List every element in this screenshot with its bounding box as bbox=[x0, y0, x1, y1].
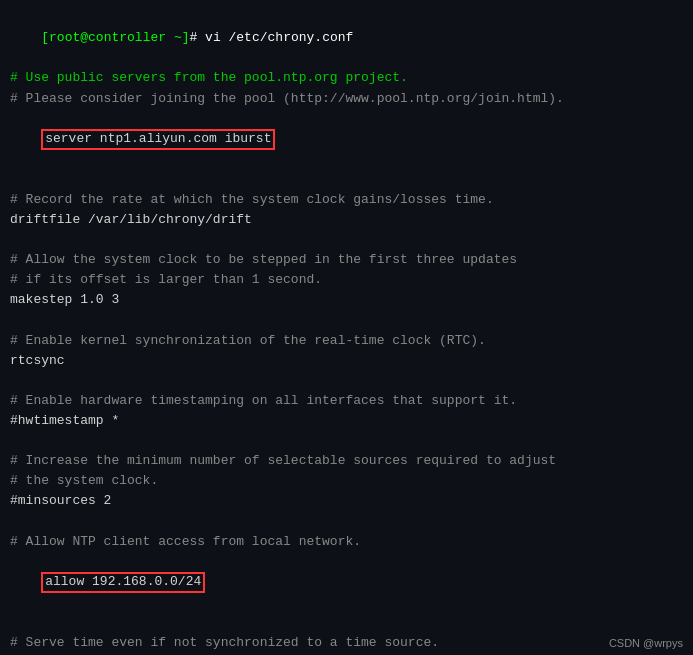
prompt-dollar: # vi /etc/chrony.conf bbox=[190, 30, 354, 45]
config-line-1: # Use public servers from the pool.ntp.o… bbox=[10, 68, 683, 88]
config-line-20: #minsources 2 bbox=[10, 491, 683, 511]
config-line-19: # the system clock. bbox=[10, 471, 683, 491]
blank-4 bbox=[10, 371, 683, 391]
blank-7 bbox=[10, 613, 683, 633]
prompt-bracket-close: ] bbox=[182, 30, 190, 45]
config-line-25: # Serve time even if not synchronized to… bbox=[10, 633, 683, 653]
config-line-3: server ntp1.aliyun.com iburst bbox=[10, 109, 683, 170]
blank-1 bbox=[10, 170, 683, 190]
prompt-at: @ bbox=[80, 30, 88, 45]
blank-6 bbox=[10, 512, 683, 532]
config-line-16: #hwtimestamp * bbox=[10, 411, 683, 431]
prompt-user: root bbox=[49, 30, 80, 45]
terminal-window: [root@controller ~]# vi /etc/chrony.conf… bbox=[0, 0, 693, 655]
allow-directive-highlight: allow 192.168.0.0/24 bbox=[41, 572, 205, 593]
prompt-line: [root@controller ~]# vi /etc/chrony.conf bbox=[10, 8, 683, 68]
config-line-13: rtcsync bbox=[10, 351, 683, 371]
prompt-path: ~ bbox=[174, 30, 182, 45]
prompt-bracket: [ bbox=[41, 30, 49, 45]
config-line-10: makestep 1.0 3 bbox=[10, 290, 683, 310]
config-line-6: driftfile /var/lib/chrony/drift bbox=[10, 210, 683, 230]
config-line-22: # Allow NTP client access from local net… bbox=[10, 532, 683, 552]
blank-5 bbox=[10, 431, 683, 451]
config-line-8: # Allow the system clock to be stepped i… bbox=[10, 250, 683, 270]
config-line-12: # Enable kernel synchronization of the r… bbox=[10, 331, 683, 351]
config-line-2: # Please consider joining the pool (http… bbox=[10, 89, 683, 109]
config-line-23: allow 192.168.0.0/24 bbox=[10, 552, 683, 613]
prompt-host: controller bbox=[88, 30, 166, 45]
config-line-9: # if its offset is larger than 1 second. bbox=[10, 270, 683, 290]
blank-3 bbox=[10, 311, 683, 331]
config-line-5: # Record the rate at which the system cl… bbox=[10, 190, 683, 210]
watermark: CSDN @wrpys bbox=[609, 637, 683, 649]
config-line-18: # Increase the minimum number of selecta… bbox=[10, 451, 683, 471]
blank-2 bbox=[10, 230, 683, 250]
config-line-15: # Enable hardware timestamping on all in… bbox=[10, 391, 683, 411]
server-directive-highlight: server ntp1.aliyun.com iburst bbox=[41, 129, 275, 150]
